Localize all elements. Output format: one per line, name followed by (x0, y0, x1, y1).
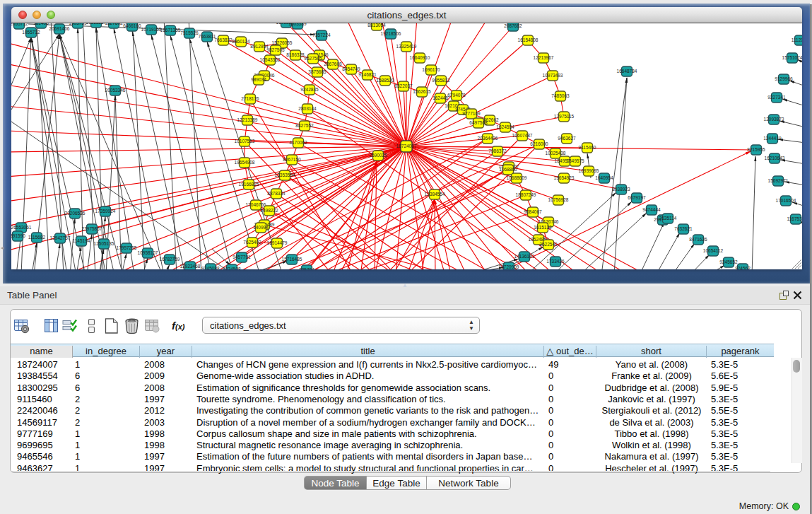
svg-text:15226055: 15226055 (272, 40, 293, 45)
svg-text:12505135: 12505135 (94, 241, 114, 246)
svg-text:8878334: 8878334 (267, 191, 286, 196)
svg-text:10543362: 10543362 (260, 57, 281, 62)
svg-text:1696170: 1696170 (422, 67, 440, 72)
svg-text:12942757: 12942757 (50, 235, 71, 240)
svg-text:8454749: 8454749 (342, 66, 360, 71)
svg-text:19654908: 19654908 (235, 160, 255, 165)
svg-text:9129966: 9129966 (775, 76, 793, 81)
svg-text:17046766: 17046766 (246, 202, 266, 207)
svg-text:7986372: 7986372 (488, 148, 507, 153)
svg-text:10553257: 10553257 (86, 23, 107, 25)
svg-text:17359924: 17359924 (95, 209, 116, 214)
svg-text:15720909: 15720909 (499, 264, 519, 269)
svg-text:8186328: 8186328 (286, 52, 305, 57)
svg-text:23975867: 23975867 (82, 226, 102, 231)
svg-text:20206536: 20206536 (65, 211, 86, 216)
svg-text:13325419: 13325419 (396, 44, 417, 49)
svg-text:7515526: 7515526 (180, 30, 199, 35)
svg-text:12213389: 12213389 (237, 117, 258, 122)
svg-text:2635114: 2635114 (659, 216, 677, 221)
svg-text:2867608: 2867608 (324, 62, 342, 66)
svg-text:12213967: 12213967 (534, 55, 554, 60)
svg-text:12093873: 12093873 (764, 117, 784, 122)
svg-text:20691406: 20691406 (49, 26, 70, 31)
svg-text:391590: 391590 (11, 233, 25, 238)
svg-text:17975115: 17975115 (554, 114, 575, 119)
svg-text:9527505: 9527505 (304, 56, 322, 61)
svg-text:2590025: 2590025 (369, 153, 387, 158)
svg-text:835704: 835704 (299, 267, 314, 269)
svg-text:1244419: 1244419 (763, 136, 782, 141)
svg-text:10958107: 10958107 (138, 250, 158, 255)
svg-text:6497568: 6497568 (469, 120, 488, 125)
svg-text:1640954: 1640954 (595, 175, 613, 180)
svg-text:10719155: 10719155 (141, 27, 162, 32)
svg-text:140994: 140994 (253, 225, 269, 230)
svg-text:7625402: 7625402 (243, 240, 261, 245)
svg-text:6794078: 6794078 (447, 93, 466, 98)
svg-text:162448: 162448 (433, 95, 448, 100)
svg-text:16939695: 16939695 (579, 168, 599, 173)
svg-text:6216000: 6216000 (530, 141, 548, 146)
svg-text:16648784: 16648784 (617, 69, 637, 74)
svg-text:10025438: 10025438 (546, 151, 566, 156)
svg-text:10607487: 10607487 (512, 133, 533, 138)
svg-text:17016504: 17016504 (776, 198, 796, 203)
svg-text:9227341: 9227341 (767, 95, 786, 100)
svg-text:26553061: 26553061 (11, 225, 32, 230)
svg-text:10688609: 10688609 (507, 175, 527, 180)
svg-text:4170062: 4170062 (289, 140, 307, 145)
svg-text:1145194: 1145194 (73, 238, 90, 243)
svg-text:9245652: 9245652 (719, 259, 738, 264)
svg-text:2055712: 2055712 (11, 23, 28, 26)
svg-text:16210643: 16210643 (765, 156, 785, 160)
svg-text:8860124: 8860124 (232, 39, 250, 44)
svg-text:1562615: 1562615 (413, 89, 431, 94)
svg-text:9474444: 9474444 (642, 207, 661, 212)
svg-text:6466160: 6466160 (123, 23, 141, 28)
svg-text:19384554: 19384554 (425, 192, 445, 197)
svg-text:9084067: 9084067 (524, 209, 542, 214)
svg-text:10973493: 10973493 (543, 73, 563, 78)
svg-text:10654112: 10654112 (703, 248, 724, 253)
svg-text:8912954: 8912954 (250, 44, 269, 49)
svg-text:10107553: 10107553 (235, 139, 255, 144)
svg-text:7357224: 7357224 (312, 33, 331, 37)
svg-text:1055712: 1055712 (22, 30, 40, 35)
svg-text:8427552: 8427552 (295, 123, 314, 128)
svg-text:8471626: 8471626 (689, 237, 707, 242)
svg-text:8938923: 8938923 (612, 187, 630, 192)
svg-text:7632621: 7632621 (674, 226, 693, 231)
svg-text:1068860: 1068860 (499, 167, 517, 172)
svg-text:8267150: 8267150 (283, 157, 301, 162)
svg-text:9955812: 9955812 (432, 78, 450, 83)
svg-text:9463627: 9463627 (558, 136, 576, 141)
svg-text:19166825: 19166825 (239, 182, 259, 187)
svg-text:1849575: 1849575 (566, 158, 584, 163)
svg-text:1615132: 1615132 (534, 225, 552, 230)
svg-text:7663822: 7663822 (214, 37, 233, 42)
svg-text:9115460: 9115460 (579, 145, 596, 150)
svg-text:16154808: 16154808 (518, 37, 539, 42)
svg-text:1527602: 1527602 (105, 23, 123, 25)
svg-text:1624554: 1624554 (496, 124, 514, 129)
svg-text:9245088: 9245088 (201, 266, 220, 269)
svg-text:5498222: 5498222 (260, 208, 278, 213)
svg-text:9324508: 9324508 (223, 267, 241, 269)
svg-text:18807249: 18807249 (516, 192, 536, 197)
svg-text:16671355: 16671355 (160, 28, 181, 33)
svg-text:1603389: 1603389 (288, 23, 307, 26)
svg-text:9457791: 9457791 (233, 255, 251, 259)
svg-text:161406: 161406 (33, 23, 49, 25)
svg-text:13353594: 13353594 (275, 173, 295, 177)
svg-text:2803144: 2803144 (298, 106, 317, 111)
svg-text:9242845: 9242845 (300, 87, 319, 92)
svg-text:8322037: 8322037 (394, 83, 413, 88)
svg-text:16782759: 16782759 (160, 257, 180, 262)
svg-text:989034: 989034 (251, 77, 266, 82)
svg-text:17957255: 17957255 (117, 245, 137, 250)
svg-text:14136141: 14136141 (514, 254, 535, 259)
svg-text:15692971: 15692971 (768, 178, 789, 183)
svg-text:2087682: 2087682 (504, 23, 522, 28)
svg-text:15716485: 15716485 (282, 257, 302, 262)
